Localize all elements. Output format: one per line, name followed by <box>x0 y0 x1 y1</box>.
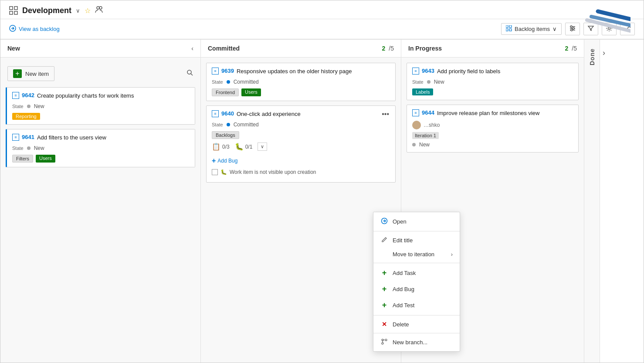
menu-item-new-branch[interactable]: New branch... <box>373 335 460 349</box>
arrow-right-icon <box>9 25 16 33</box>
card-title-9643: Add priority field to labels <box>437 68 573 75</box>
card-9642[interactable]: ≡ 9642 Create popularity charts for work… <box>6 87 195 125</box>
card-id-9641: 9641 <box>22 134 34 140</box>
workitem-icon-9641: ≡ <box>12 134 19 141</box>
card-title-9639: Responsive updates on the older history … <box>237 68 390 75</box>
context-menu: Open Edit title Move to iteration › + Ad… <box>373 212 460 352</box>
svg-point-5 <box>99 7 102 9</box>
state-text-9644: New <box>419 142 430 148</box>
card-id-9644: 9644 <box>422 109 434 116</box>
committed-total: /5 <box>389 45 394 52</box>
menu-item-add-test[interactable]: + Add Test <box>373 297 460 313</box>
svg-rect-10 <box>506 25 508 27</box>
state-label-9642: State <box>12 104 24 109</box>
svg-line-22 <box>191 74 193 75</box>
state-dot-9643 <box>427 80 430 84</box>
open-icon <box>380 217 388 226</box>
bug-item-icon: 🐛 <box>220 169 227 175</box>
card-9640[interactable]: ••• ≡ 9640 One-click add experience Stat… <box>206 105 396 183</box>
tag-users-9639[interactable]: Users <box>241 88 261 96</box>
card-id-9642: 9642 <box>22 92 34 98</box>
people-icon[interactable] <box>95 6 103 15</box>
done-label: Done <box>589 48 596 65</box>
state-label-9643: State <box>412 79 424 85</box>
state-dot-9644 <box>412 143 416 146</box>
new-column-collapse[interactable]: ‹ <box>191 45 193 52</box>
card-9643[interactable]: ≡ 9643 Add priority field to labels Stat… <box>407 63 579 100</box>
new-item-row: + New item <box>6 63 195 83</box>
state-label-9641: State <box>12 146 24 151</box>
menu-item-open[interactable]: Open <box>373 214 460 229</box>
bug-icon: 🐛 <box>235 142 244 151</box>
svg-rect-1 <box>14 7 17 10</box>
edit-icon <box>380 237 388 244</box>
done-column[interactable]: Done <box>584 40 600 363</box>
svg-point-4 <box>97 7 99 9</box>
svg-rect-12 <box>506 29 508 31</box>
title-chevron[interactable]: ∨ <box>76 7 80 14</box>
submenu-arrow-icon: › <box>451 251 453 258</box>
tag-filters[interactable]: Filters <box>12 155 33 163</box>
card-id-9640: 9640 <box>221 110 234 117</box>
card-id-9639: 9639 <box>221 68 234 74</box>
branch-icon <box>380 339 388 346</box>
menu-item-add-task[interactable]: + Add Task <box>373 265 460 281</box>
card-9644[interactable]: ≡ 9644 Improve release plan for mileston… <box>407 105 579 153</box>
task-count: 📋 0/3 <box>212 142 230 151</box>
expand-subitems-button[interactable]: ∨ <box>258 142 267 151</box>
in-progress-column-header: In Progress 2 /5 <box>401 40 584 58</box>
tag-labels[interactable]: Labels <box>412 88 433 95</box>
svg-rect-11 <box>509 25 512 27</box>
add-bug-button[interactable]: + Add Bug <box>212 155 390 166</box>
tag-backlogs[interactable]: Backlogs <box>212 131 239 139</box>
new-item-plus-icon: + <box>13 69 22 78</box>
card-9639[interactable]: ≡ 9639 Responsive updates on the older h… <box>206 63 396 101</box>
in-progress-column-title: In Progress <box>408 45 562 52</box>
bug-item-row: 🐛 Work item is not visible upon creation <box>212 166 390 178</box>
committed-column-header: Committed 2 /5 <box>201 40 401 58</box>
tag-users-9641[interactable]: Users <box>36 155 55 163</box>
card-more-button-9640[interactable]: ••• <box>379 109 392 119</box>
state-text-9640: Committed <box>234 122 259 128</box>
tag-reporting[interactable]: Reporting <box>12 113 40 120</box>
menu-item-edit-title[interactable]: Edit title <box>373 233 460 248</box>
card-title-9640: One-click add experience <box>237 110 390 118</box>
grid-icon <box>9 6 18 15</box>
state-dot-9639 <box>227 80 230 84</box>
committed-column: Committed 2 /5 ≡ 9639 Responsive updates… <box>201 40 401 363</box>
add-test-icon: + <box>380 301 388 310</box>
avatar-9644 <box>412 121 421 129</box>
state-dot-9640 <box>227 123 230 126</box>
plus-icon: + <box>212 157 216 165</box>
new-column-title: New <box>7 45 188 52</box>
card-9641[interactable]: ≡ 9641 Add filters to the users view Sta… <box>6 129 195 167</box>
new-column-search-button[interactable] <box>186 69 193 78</box>
delete-icon: ✕ <box>380 321 388 328</box>
menu-item-delete[interactable]: ✕ Delete <box>373 317 460 331</box>
state-text-9643: New <box>434 79 444 85</box>
bug-checkbox[interactable] <box>212 169 218 175</box>
in-progress-count: 2 <box>565 45 569 52</box>
workitem-icon-9639: ≡ <box>212 68 219 75</box>
logo-decoration <box>556 7 630 34</box>
backlog-link[interactable]: View as backlog <box>9 25 60 33</box>
state-text-9641: New <box>34 145 44 151</box>
workitem-icon-9644: ≡ <box>412 109 419 116</box>
menu-item-add-bug[interactable]: + Add Bug <box>373 281 460 297</box>
add-bug-row: + Add Bug 🐛 Work item is not visible upo… <box>212 155 390 178</box>
backlog-items-button[interactable]: Backlog items ∨ <box>501 23 562 35</box>
page-title: Development <box>22 6 71 15</box>
card-title-9641: Add filters to the users view <box>37 134 190 142</box>
tag-frontend[interactable]: Frontend <box>212 88 239 96</box>
backlog-grid-icon <box>506 25 512 33</box>
workitem-icon-9640: ≡ <box>212 110 219 117</box>
committed-count: 2 <box>382 45 386 52</box>
menu-item-move-iteration[interactable]: Move to iteration › <box>373 248 460 261</box>
scroll-right-button[interactable]: › <box>600 43 608 63</box>
iteration-badge-9644: Iteration 1 <box>412 132 439 139</box>
bug-item-text: Work item is not visible upon creation <box>230 169 316 175</box>
svg-rect-2 <box>10 11 13 14</box>
state-text-9639: Committed <box>234 79 259 85</box>
new-item-button[interactable]: + New item <box>7 66 54 81</box>
star-icon[interactable]: ☆ <box>85 7 91 15</box>
